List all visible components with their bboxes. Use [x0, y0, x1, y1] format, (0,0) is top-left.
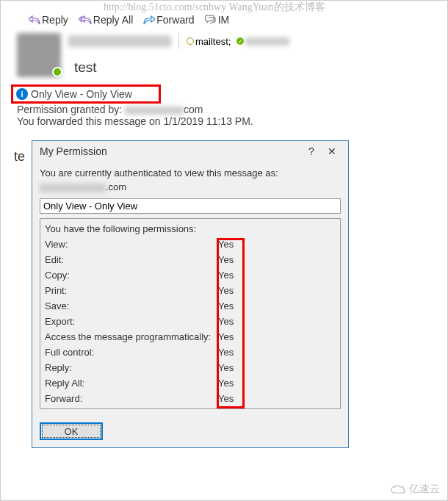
template-input[interactable] — [40, 198, 341, 214]
permission-row: Reply All:Yes — [45, 375, 336, 391]
permissions-table: You have the following permissions: View… — [40, 218, 341, 409]
permission-label: Save: — [45, 298, 218, 314]
permission-value: Yes — [218, 314, 237, 329]
permission-row: Full control:Yes — [45, 345, 336, 360]
permission-value: Yes — [218, 375, 237, 391]
presence-away-icon — [187, 37, 194, 45]
im-icon — [205, 15, 217, 25]
ok-button[interactable]: OK — [40, 422, 103, 440]
forward-icon — [143, 15, 155, 25]
recipient-2-redacted — [245, 37, 289, 46]
permission-row: Save:Yes — [45, 298, 336, 314]
permission-label: Full control: — [45, 345, 218, 360]
recipient-1: mailtest; — [195, 36, 231, 47]
message-meta: Permission granted by: com You forwarded… — [1, 104, 447, 127]
permission-row: View:Yes — [45, 237, 336, 252]
forward-button[interactable]: Forward — [143, 14, 194, 26]
dialog-body: You are currently authenticated to view … — [32, 167, 348, 417]
permission-label: Copy: — [45, 267, 218, 283]
watermark-logo: 亿速云 — [390, 483, 440, 496]
dialog-footer: OK — [32, 417, 348, 447]
dialog-titlebar: My Permission ? ✕ — [32, 141, 348, 165]
permission-row: Print:Yes — [45, 283, 336, 298]
permission-label: Reply: — [45, 360, 218, 375]
forwarded-line: You forwarded this message on 1/1/2019 1… — [17, 115, 440, 127]
permission-row: Access the message programmatically:Yes — [45, 329, 336, 345]
permission-granted-line: Permission granted by: com — [17, 104, 440, 115]
sender-avatar — [17, 33, 61, 77]
permission-value: Yes — [218, 391, 237, 406]
permission-label: Access the message programmatically: — [45, 329, 218, 345]
my-permission-dialog: My Permission ? ✕ You are currently auth… — [32, 140, 349, 448]
im-button[interactable]: IM — [205, 14, 230, 26]
permission-value: Yes — [218, 283, 237, 298]
permission-value: Yes — [218, 237, 237, 252]
reply-label: Reply — [42, 14, 68, 26]
info-icon: i — [16, 88, 28, 100]
permission-value: Yes — [218, 360, 237, 375]
permission-row: Export:Yes — [45, 314, 336, 329]
permission-value: Yes — [218, 345, 237, 360]
permission-label: View: — [45, 237, 218, 252]
forward-label: Forward — [156, 14, 194, 26]
separator — [178, 33, 179, 49]
permission-row: Forward:Yes — [45, 391, 336, 406]
reply-icon — [29, 15, 40, 25]
permission-label: Export: — [45, 314, 218, 329]
permission-banner-text: Only View - Only View — [31, 88, 132, 100]
permission-row: Reply:Yes — [45, 360, 336, 375]
presence-indicator — [52, 67, 62, 77]
cloud-icon — [390, 484, 406, 494]
auth-email: .com — [40, 181, 341, 192]
message-subject: test — [74, 60, 440, 76]
close-button[interactable]: ✕ — [322, 145, 342, 157]
recipients-line: mailtest; ✓ — [187, 36, 289, 47]
reply-all-icon — [79, 15, 92, 25]
permissions-header: You have the following permissions: — [45, 221, 336, 237]
reply-button[interactable]: Reply — [29, 14, 68, 26]
auth-line: You are currently authenticated to view … — [40, 167, 341, 179]
permission-label: Reply All: — [45, 375, 218, 391]
sender-name — [68, 35, 171, 47]
message-toolbar: Reply Reply All Forward IM — [1, 1, 447, 30]
permission-label: Edit: — [45, 252, 218, 267]
im-label: IM — [218, 14, 230, 26]
message-header: mailtest; ✓ test — [1, 30, 447, 80]
permission-banner[interactable]: i Only View - Only View — [11, 84, 161, 104]
permission-label: Print: — [45, 283, 218, 298]
presence-available-icon: ✓ — [236, 37, 244, 45]
help-button[interactable]: ? — [301, 145, 322, 157]
permission-label: Forward: — [45, 391, 218, 406]
permission-value: Yes — [218, 329, 237, 345]
reply-all-label: Reply All — [93, 14, 133, 26]
permission-row: Copy:Yes — [45, 267, 336, 283]
permission-row: Edit:Yes — [45, 252, 336, 267]
reply-all-button[interactable]: Reply All — [79, 14, 133, 26]
dialog-title: My Permission — [40, 145, 301, 157]
permission-value: Yes — [218, 252, 237, 267]
permission-value: Yes — [218, 267, 237, 283]
permission-value: Yes — [218, 298, 237, 314]
